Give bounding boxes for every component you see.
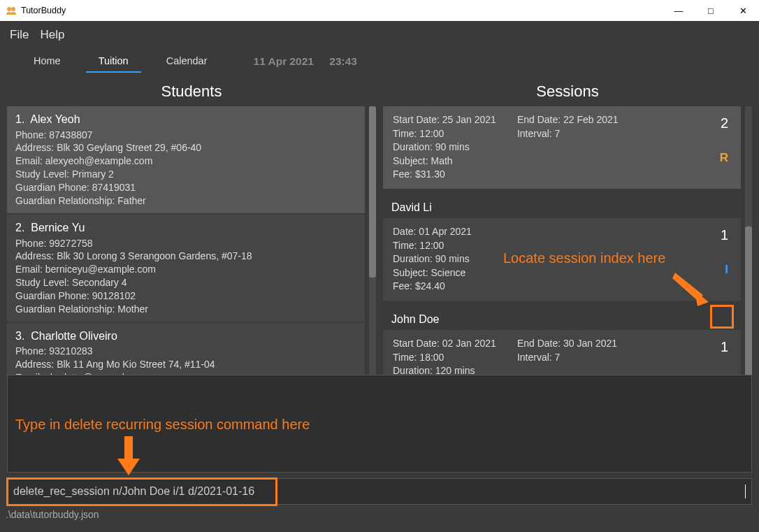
tabbar: Home Tuition Calendar 11 Apr 2021 23:43 bbox=[0, 49, 759, 74]
menubar: File Help bbox=[0, 21, 759, 49]
svg-point-0 bbox=[7, 7, 11, 11]
session-type-badge: I bbox=[721, 261, 728, 278]
tab-tuition[interactable]: Tuition bbox=[86, 51, 141, 72]
tab-calendar[interactable]: Calendar bbox=[154, 51, 220, 72]
minimize-button[interactable]: — bbox=[663, 0, 695, 21]
sessions-header: Sessions bbox=[383, 80, 752, 106]
main-area: Students 1. Alex Yeoh Phone: 87438807 Ad… bbox=[0, 74, 759, 368]
session-index: 1 bbox=[720, 337, 728, 357]
close-button[interactable]: ✕ bbox=[727, 0, 759, 21]
session-card[interactable]: Start Date: 25 Jan 2021 Time: 12:00 Dura… bbox=[383, 106, 741, 189]
session-student-name: David Li bbox=[383, 199, 741, 218]
app-icon bbox=[6, 5, 17, 16]
status-path: .\data\tutorbuddy.json bbox=[6, 509, 99, 520]
session-type-badge: R bbox=[720, 150, 728, 166]
students-header: Students bbox=[7, 80, 376, 106]
date-label: 11 Apr 2021 bbox=[254, 55, 314, 67]
tab-home[interactable]: Home bbox=[21, 51, 73, 72]
session-group: David Li Date: 01 Apr 2021 Time: 12:00 D… bbox=[383, 199, 741, 301]
current-date: 11 Apr 2021 23:43 bbox=[254, 55, 357, 68]
students-scrollbar[interactable] bbox=[369, 106, 376, 418]
sessions-column: Sessions Start Date: 25 Jan 2021 Time: 1… bbox=[383, 80, 752, 368]
window-title: TutorBuddy bbox=[21, 6, 66, 15]
window-titlebar: TutorBuddy — □ ✕ bbox=[0, 0, 759, 21]
students-column: Students 1. Alex Yeoh Phone: 87438807 Ad… bbox=[7, 80, 376, 368]
session-card[interactable]: Date: 01 Apr 2021 Time: 12:00 Duration: … bbox=[383, 218, 741, 301]
session-student-name: John Doe bbox=[383, 310, 741, 330]
maximize-button[interactable]: □ bbox=[695, 0, 727, 21]
students-list: 1. Alex Yeoh Phone: 87438807 Address: Bl… bbox=[7, 106, 368, 418]
menu-help[interactable]: Help bbox=[40, 28, 64, 42]
statusbar: .\data\tutorbuddy.json bbox=[0, 505, 759, 524]
command-box[interactable]: delete_rec_session n/John Doe i/1 d/2021… bbox=[7, 478, 752, 505]
session-index: 2 bbox=[720, 113, 728, 133]
student-card[interactable]: 2. Bernice Yu Phone: 99272758 Address: B… bbox=[7, 215, 365, 322]
command-input[interactable]: delete_rec_session n/John Doe i/1 d/2021… bbox=[13, 485, 745, 498]
text-cursor bbox=[745, 484, 746, 498]
time-label: 23:43 bbox=[329, 55, 357, 67]
session-index: 1 bbox=[721, 225, 728, 245]
menu-file[interactable]: File bbox=[10, 28, 29, 42]
student-card[interactable]: 1. Alex Yeoh Phone: 87438807 Address: Bl… bbox=[7, 106, 365, 213]
scrollbar-thumb[interactable] bbox=[369, 106, 376, 278]
output-panel bbox=[7, 375, 752, 473]
svg-point-1 bbox=[11, 7, 15, 11]
